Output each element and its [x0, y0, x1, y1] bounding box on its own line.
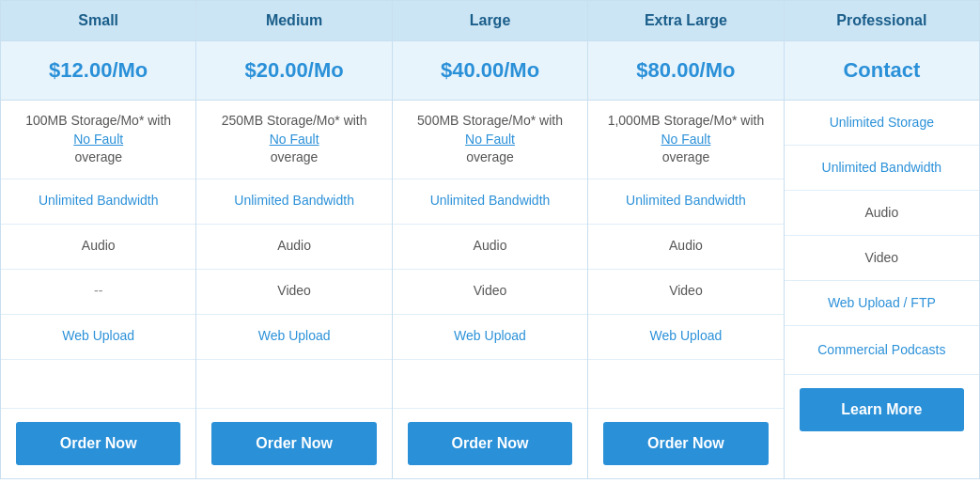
plan-btn-area-medium: Order Now [196, 409, 391, 478]
no-fault-link-medium[interactable]: No Fault [270, 131, 319, 149]
plan-bandwidth-small: Unlimited Bandwidth [1, 179, 195, 225]
plan-upload-medium: Web Upload [196, 315, 391, 360]
plan-bandwidth-professional: Unlimited Bandwidth [785, 146, 979, 191]
plan-header-extra-large: Extra Large [588, 1, 783, 41]
plan-btn-area-small: Order Now [1, 409, 195, 478]
plan-commercial-professional: Commercial Podcasts [785, 326, 979, 375]
no-fault-link-extra-large[interactable]: No Fault [661, 131, 710, 149]
plan-video-large: Video [393, 270, 587, 315]
plan-storage-professional: Unlimited Storage [785, 101, 979, 146]
plan-video-professional: Video [785, 236, 979, 281]
plan-col-professional: ProfessionalContactUnlimited StorageUnli… [785, 1, 979, 478]
plan-price-medium: $20.00/Mo [196, 41, 391, 101]
pricing-table: Small$12.00/Mo100MB Storage/Mo* with No … [0, 0, 980, 479]
plan-btn-professional[interactable]: Learn More [800, 388, 964, 431]
plan-audio-large: Audio [393, 225, 587, 270]
plan-storage-large: 500MB Storage/Mo* with No Fault overage [393, 101, 587, 179]
plan-commercial-extra-large [588, 360, 783, 409]
plan-col-large: Large$40.00/Mo500MB Storage/Mo* with No … [393, 1, 588, 478]
plan-header-professional: Professional [785, 1, 979, 41]
plan-video-medium: Video [196, 270, 391, 315]
no-fault-link-large[interactable]: No Fault [465, 131, 515, 149]
plan-upload-large: Web Upload [393, 315, 587, 360]
plan-video-extra-large: Video [588, 270, 783, 315]
plan-storage-small: 100MB Storage/Mo* with No Fault overage [1, 101, 195, 179]
plan-audio-professional: Audio [785, 191, 979, 236]
plan-price-extra-large: $80.00/Mo [588, 41, 783, 101]
plan-upload-extra-large: Web Upload [588, 315, 783, 360]
plan-btn-large[interactable]: Order Now [408, 422, 572, 465]
plan-col-small: Small$12.00/Mo100MB Storage/Mo* with No … [1, 1, 196, 478]
plan-col-medium: Medium$20.00/Mo250MB Storage/Mo* with No… [196, 1, 392, 478]
plan-btn-small[interactable]: Order Now [16, 422, 180, 465]
plan-col-extra-large: Extra Large$80.00/Mo1,000MB Storage/Mo* … [588, 1, 784, 478]
plan-storage-medium: 250MB Storage/Mo* with No Fault overage [196, 101, 391, 179]
plan-storage-extra-large: 1,000MB Storage/Mo* with No Fault overag… [588, 101, 783, 179]
plan-btn-medium[interactable]: Order Now [211, 422, 376, 465]
plan-price-large: $40.00/Mo [393, 41, 587, 101]
plan-bandwidth-extra-large: Unlimited Bandwidth [588, 179, 783, 225]
plan-bandwidth-large: Unlimited Bandwidth [393, 179, 587, 225]
plan-bandwidth-medium: Unlimited Bandwidth [196, 179, 391, 225]
plan-price-small: $12.00/Mo [1, 41, 195, 101]
plan-price-professional: Contact [785, 41, 979, 101]
plan-upload-small: Web Upload [1, 315, 195, 360]
plan-btn-extra-large[interactable]: Order Now [603, 422, 768, 465]
plan-commercial-medium [196, 360, 391, 409]
plan-btn-area-extra-large: Order Now [588, 409, 783, 478]
plan-video-small: -- [1, 270, 195, 315]
no-fault-link-small[interactable]: No Fault [73, 131, 123, 149]
plan-header-small: Small [1, 1, 195, 41]
plan-btn-area-professional: Learn More [785, 375, 979, 444]
plan-audio-extra-large: Audio [588, 225, 783, 270]
plan-audio-medium: Audio [196, 225, 391, 270]
plan-audio-small: Audio [1, 225, 195, 270]
plan-upload-professional: Web Upload / FTP [785, 281, 979, 326]
plan-commercial-small [1, 360, 195, 409]
plan-header-medium: Medium [196, 1, 391, 41]
plan-header-large: Large [393, 1, 587, 41]
plan-commercial-large [393, 360, 587, 409]
plan-btn-area-large: Order Now [393, 409, 587, 478]
